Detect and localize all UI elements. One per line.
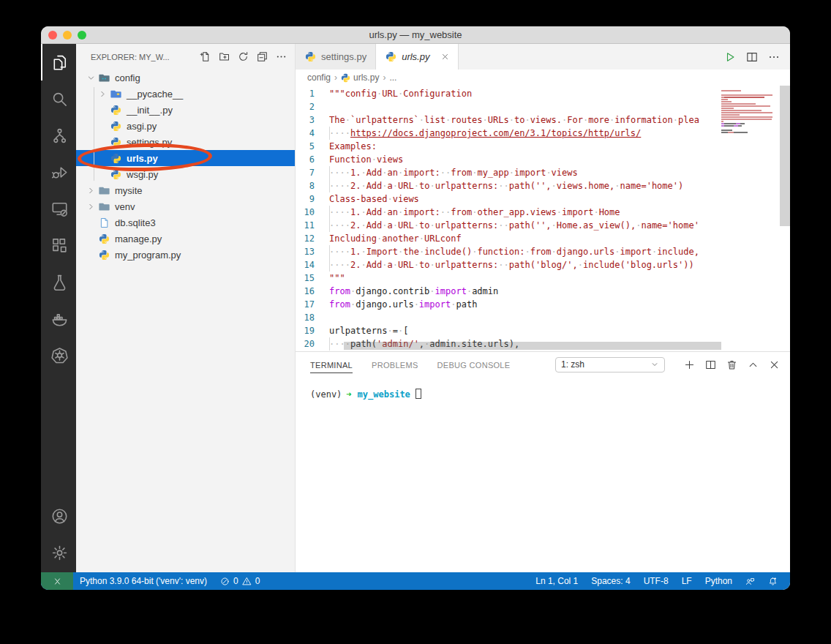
encoding-status[interactable]: UTF-8 bbox=[637, 572, 675, 590]
activity-bar-item-accounts[interactable] bbox=[41, 498, 76, 534]
tree-item-label: mysite bbox=[115, 185, 143, 196]
vertical-scrollbar[interactable] bbox=[780, 86, 790, 226]
editor-group: settings.pyurls.py config›urls.py›... 1"… bbox=[296, 44, 790, 572]
tab-urls.py[interactable]: urls.py bbox=[376, 44, 459, 70]
code-line-text: ····1.·Add·an·import:··from·other_app.vi… bbox=[329, 206, 790, 219]
code-line-text: ····2.·Add·a·URL·to·urlpatterns:··path('… bbox=[329, 179, 790, 192]
tree-item-mysite[interactable]: mysite bbox=[76, 182, 295, 198]
chevron-down-icon bbox=[85, 74, 97, 82]
terminal-prompt-arrow: ➜ bbox=[346, 389, 351, 400]
tree-item-manage.py[interactable]: manage.py bbox=[76, 231, 295, 247]
remote-sb-icon bbox=[53, 577, 62, 586]
remote-indicator[interactable] bbox=[41, 572, 73, 590]
activity-bar-item-settings[interactable] bbox=[41, 534, 76, 571]
code-line-19: 19urlpatterns·=·[ bbox=[296, 324, 790, 337]
code-line-text: ····1.·Add·an·import:··from·my_app·impor… bbox=[329, 166, 790, 179]
tree-item-my_program.py[interactable]: my_program.py bbox=[76, 247, 295, 263]
activity-bar-item-search[interactable] bbox=[41, 80, 76, 117]
collapse-all-button[interactable] bbox=[255, 50, 268, 64]
line-number: 11 bbox=[296, 219, 329, 232]
activity-bar-item-docker[interactable] bbox=[41, 300, 76, 337]
code-editor[interactable]: 1"""config·URL·Configuration23The·`urlpa… bbox=[296, 86, 790, 351]
tree-item-config[interactable]: config bbox=[76, 70, 295, 86]
code-line-12: 12Including·another·URLconf bbox=[296, 232, 790, 245]
horizontal-scrollbar[interactable] bbox=[344, 342, 721, 350]
new-folder-button[interactable] bbox=[217, 50, 230, 64]
breadcrumb-separator: › bbox=[383, 72, 386, 83]
more-editor-button[interactable] bbox=[768, 51, 780, 63]
activity-bar-item-extensions[interactable] bbox=[41, 227, 76, 263]
panel-tab-debug-console[interactable]: DEBUG CONSOLE bbox=[437, 356, 511, 373]
split-terminal-button[interactable] bbox=[705, 359, 716, 370]
tree-item-venv[interactable]: venv bbox=[76, 198, 295, 214]
eol-status[interactable]: LF bbox=[675, 572, 699, 590]
run-python-file-button[interactable] bbox=[724, 51, 736, 63]
cursor-position-status[interactable]: Ln 1, Col 1 bbox=[529, 572, 584, 590]
breadcrumb: config›urls.py›... bbox=[296, 70, 790, 86]
panel-tab-problems[interactable]: PROBLEMS bbox=[372, 356, 418, 373]
tree-item-__init__.py[interactable]: __init__.py bbox=[76, 102, 295, 118]
split-editor-button[interactable] bbox=[746, 51, 758, 63]
new-terminal-button[interactable] bbox=[684, 359, 695, 370]
feedback-button[interactable] bbox=[739, 572, 762, 590]
tree-item-wsgi.py[interactable]: wsgi.py bbox=[76, 166, 295, 182]
minimap-line bbox=[721, 119, 778, 120]
tree-item-urls.py[interactable]: urls.py bbox=[76, 150, 295, 166]
tree-item-label: wsgi.py bbox=[127, 169, 158, 180]
new-file-button[interactable] bbox=[198, 50, 211, 64]
code-line-2: 2 bbox=[296, 100, 790, 113]
activity-bar-item-testing[interactable] bbox=[41, 263, 76, 300]
workbench: EXPLORER: MY_W... config__pycache____ini… bbox=[41, 44, 790, 572]
activity-bar-item-run-and-debug[interactable] bbox=[41, 154, 76, 190]
tree-item-db.sqlite3[interactable]: db.sqlite3 bbox=[76, 214, 295, 231]
extensions-icon bbox=[51, 237, 68, 254]
terminal[interactable]: (venv)➜my_website bbox=[296, 377, 790, 572]
indent-guide bbox=[94, 87, 94, 181]
language-mode-status[interactable]: Python bbox=[699, 572, 739, 590]
python-icon bbox=[341, 73, 350, 83]
breadcrumb-item-...[interactable]: ... bbox=[389, 72, 396, 83]
breadcrumb-item-urls.py[interactable]: urls.py bbox=[341, 72, 379, 83]
code-line-text: from·django.contrib·import·admin bbox=[329, 285, 790, 298]
close-window-button[interactable] bbox=[48, 31, 57, 40]
problems-status[interactable]: 0 0 bbox=[214, 572, 266, 590]
line-number: 8 bbox=[296, 179, 329, 192]
close-panel-button[interactable] bbox=[769, 359, 780, 370]
tree-item-settings.py[interactable]: settings.py bbox=[76, 134, 295, 150]
activity-bar-item-kubernetes[interactable] bbox=[41, 337, 76, 373]
maximize-panel-button[interactable] bbox=[748, 359, 759, 370]
code-line-text: """ bbox=[329, 272, 790, 285]
tree-item-label: asgi.py bbox=[127, 121, 157, 132]
code-line-text: Including·another·URLconf bbox=[329, 232, 790, 245]
line-number: 17 bbox=[296, 298, 329, 311]
activity-bar-item-remote-explorer[interactable] bbox=[41, 190, 76, 227]
activity-bar-item-explorer[interactable] bbox=[41, 44, 76, 80]
terminal-picker-dropdown[interactable]: 1: zsh bbox=[555, 357, 665, 372]
explorer-sidebar: EXPLORER: MY_W... config__pycache____ini… bbox=[76, 44, 296, 572]
python-icon bbox=[110, 120, 122, 132]
line-number: 12 bbox=[296, 232, 329, 245]
tree-item-label: config bbox=[115, 72, 140, 83]
close-tab-icon[interactable] bbox=[441, 53, 449, 61]
minimap-line bbox=[721, 125, 778, 127]
python-interpreter-status[interactable]: Python 3.9.0 64-bit ('venv': venv) bbox=[73, 572, 214, 590]
tree-item-asgi.py[interactable]: asgi.py bbox=[76, 118, 295, 134]
bell-icon bbox=[768, 577, 778, 586]
terminal-venv-prefix: (venv) bbox=[310, 389, 342, 400]
panel-tab-terminal[interactable]: TERMINAL bbox=[310, 356, 353, 373]
tree-item-__pycache__[interactable]: __pycache__ bbox=[76, 86, 295, 102]
file-icon bbox=[98, 217, 110, 228]
minimap-line bbox=[721, 110, 778, 111]
refresh-button[interactable] bbox=[236, 50, 249, 64]
minimap-line bbox=[721, 121, 778, 122]
breadcrumb-item-config[interactable]: config bbox=[307, 72, 331, 83]
zoom-window-button[interactable] bbox=[78, 31, 86, 40]
tab-settings.py[interactable]: settings.py bbox=[296, 44, 376, 70]
indentation-status[interactable]: Spaces: 4 bbox=[584, 572, 636, 590]
kill-terminal-button[interactable] bbox=[726, 359, 737, 370]
more-button[interactable] bbox=[274, 50, 287, 64]
notifications-button[interactable] bbox=[762, 572, 784, 590]
minimap[interactable] bbox=[721, 90, 778, 134]
minimize-window-button[interactable] bbox=[63, 31, 72, 40]
activity-bar-item-source-control[interactable] bbox=[41, 117, 76, 154]
